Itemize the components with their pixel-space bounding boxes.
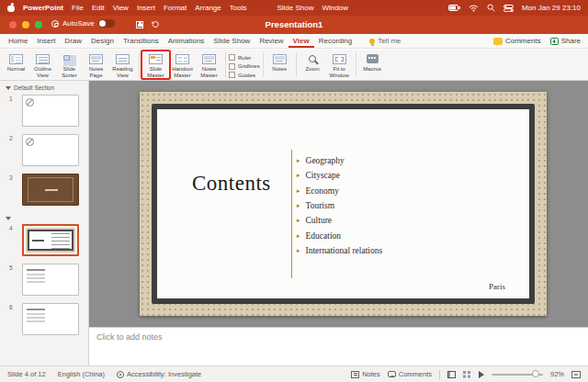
- tab-recording[interactable]: Recording: [314, 34, 356, 48]
- zoom-label: Zoom: [306, 66, 320, 73]
- fit-slide-to-window-button[interactable]: [571, 371, 581, 378]
- slide-thumbnail-2[interactable]: [22, 134, 79, 166]
- status-notes-button[interactable]: Notes: [351, 370, 380, 378]
- tab-slide-show[interactable]: Slide Show: [209, 34, 254, 48]
- status-accessibility[interactable]: Accessibility: Investigate: [117, 370, 201, 378]
- comments-label: Comments: [505, 37, 541, 45]
- checkbox-icon: [229, 63, 235, 70]
- zoom-slider-handle[interactable]: [532, 370, 539, 377]
- notes-button[interactable]: Notes: [266, 51, 293, 73]
- menu-item-format[interactable]: Format: [164, 4, 187, 12]
- guides-label: Guides: [238, 73, 255, 78]
- notes-page-button[interactable]: Notes Page: [83, 51, 109, 78]
- zoom-button[interactable]: Zoom: [300, 51, 326, 73]
- slide-thumbnail-4-selected[interactable]: [22, 224, 79, 256]
- tab-transitions[interactable]: Transitions: [119, 34, 164, 48]
- handout-master-button[interactable]: Handout Master: [169, 51, 196, 78]
- ruler-label: Ruler: [238, 55, 251, 61]
- undo-icon[interactable]: [151, 20, 159, 28]
- slide-footer-paris[interactable]: Paris: [489, 282, 505, 291]
- normal-view-button[interactable]: Normal: [3, 51, 29, 73]
- tell-me-label: Tell me: [378, 37, 401, 45]
- zoom-window-button[interactable]: [35, 21, 42, 28]
- slide-sorter-icon: [62, 54, 76, 64]
- control-center-icon[interactable]: [503, 5, 514, 12]
- tab-insert[interactable]: Insert: [32, 34, 60, 48]
- slide-thumbnail-5[interactable]: [22, 264, 79, 296]
- notes-master-button[interactable]: Notes Master: [196, 51, 222, 78]
- current-slide[interactable]: Contents ▸ Geography ▸ Cityscape ▸ Econo…: [140, 92, 547, 316]
- fit-to-window-label: Fit to Window: [326, 66, 353, 78]
- slide-thumbnail-3[interactable]: [22, 174, 79, 206]
- tab-review[interactable]: Review: [254, 34, 288, 48]
- slide-sorter-button[interactable]: Slide Sorter: [56, 51, 83, 78]
- slide-title[interactable]: Contents: [192, 172, 271, 196]
- autosave-toggle[interactable]: [98, 19, 115, 28]
- menu-item-insert[interactable]: Insert: [137, 4, 155, 12]
- macros-icon: [367, 54, 379, 63]
- battery-icon[interactable]: [448, 5, 460, 11]
- tab-home[interactable]: Home: [4, 34, 32, 48]
- status-comments-label: Comments: [399, 370, 432, 378]
- view-normal-icon[interactable]: [447, 371, 456, 378]
- share-button[interactable]: Share: [550, 37, 581, 45]
- wifi-icon[interactable]: [469, 5, 479, 12]
- section-header-2[interactable]: [0, 213, 88, 222]
- handout-master-icon: [175, 54, 189, 64]
- view-slide-sorter-icon[interactable]: [463, 371, 471, 378]
- menu-clock[interactable]: Mon Jan 29 23:10: [522, 4, 581, 12]
- tab-design[interactable]: Design: [86, 34, 119, 48]
- menu-item-edit[interactable]: Edit: [92, 4, 105, 12]
- fit-to-window-button[interactable]: Fit to Window: [326, 51, 353, 78]
- outline-view-button[interactable]: Outline View: [29, 51, 56, 78]
- ruler-checkbox[interactable]: Ruler: [229, 54, 260, 61]
- slide-thumbnail-6[interactable]: [22, 303, 79, 335]
- slide-number: 3: [9, 174, 13, 181]
- bullet-text: International relations: [306, 246, 383, 255]
- menu-item-view[interactable]: View: [113, 4, 129, 12]
- section-header-default[interactable]: Default Section: [0, 81, 88, 93]
- minimize-window-button[interactable]: [22, 21, 29, 28]
- apple-logo-icon[interactable]: [7, 4, 15, 12]
- tab-view[interactable]: View: [288, 34, 314, 48]
- bullet-marker-icon: ▸: [297, 157, 300, 164]
- bullet-item: ▸ Economy: [297, 184, 382, 198]
- menu-item-arrange[interactable]: Arrange: [195, 4, 220, 12]
- zoom-slider[interactable]: [492, 374, 543, 376]
- view-slideshow-icon[interactable]: [479, 371, 484, 378]
- status-language[interactable]: English (China): [58, 370, 105, 378]
- notes-placeholder: Click to add notes: [96, 332, 163, 342]
- menu-item-slide-show[interactable]: Slide Show: [277, 4, 313, 12]
- bullet-marker-icon: ▸: [297, 187, 300, 195]
- slide-thumbnail-1[interactable]: [22, 95, 79, 127]
- slide-master-button[interactable]: Slide Master: [142, 51, 169, 78]
- menu-item-window[interactable]: Window: [322, 4, 347, 12]
- notes-pane[interactable]: Click to add notes: [89, 327, 588, 365]
- macros-button[interactable]: Macros: [359, 51, 386, 73]
- status-comments-button[interactable]: Comments: [388, 370, 432, 378]
- tab-draw[interactable]: Draw: [60, 34, 86, 48]
- reading-view-button[interactable]: Reading View: [109, 51, 136, 78]
- hidden-slide-icon: [26, 98, 34, 107]
- tell-me-button[interactable]: Tell me: [369, 37, 401, 45]
- disclosure-triangle-icon: [6, 217, 11, 220]
- zoom-percent[interactable]: 92%: [550, 370, 564, 378]
- thumb-title-line: [32, 240, 44, 242]
- menu-app-name[interactable]: PowerPoint: [23, 4, 63, 12]
- close-window-button[interactable]: [9, 21, 17, 28]
- menu-item-file[interactable]: File: [72, 4, 84, 12]
- tab-animations[interactable]: Animations: [164, 34, 209, 48]
- handout-master-label: Handout Master: [169, 66, 196, 78]
- guides-checkbox[interactable]: Guides: [229, 72, 260, 78]
- gridlines-checkbox[interactable]: Gridlines: [229, 63, 260, 70]
- save-icon[interactable]: [136, 21, 143, 28]
- bullet-item: ▸ International relations: [297, 243, 382, 258]
- bullet-marker-icon: ▸: [297, 247, 300, 254]
- comments-button[interactable]: Comments: [493, 37, 541, 45]
- menu-item-tools[interactable]: Tools: [230, 4, 247, 12]
- slide-row-2: 2: [0, 134, 83, 167]
- search-icon[interactable]: [487, 4, 495, 12]
- bullet-list[interactable]: ▸ Geography ▸ Cityscape ▸ Economy ▸ Tour…: [297, 153, 382, 258]
- ribbon-separator: [296, 52, 297, 77]
- ribbon-tab-bar: Home Insert Draw Design Transitions Anim…: [0, 34, 588, 49]
